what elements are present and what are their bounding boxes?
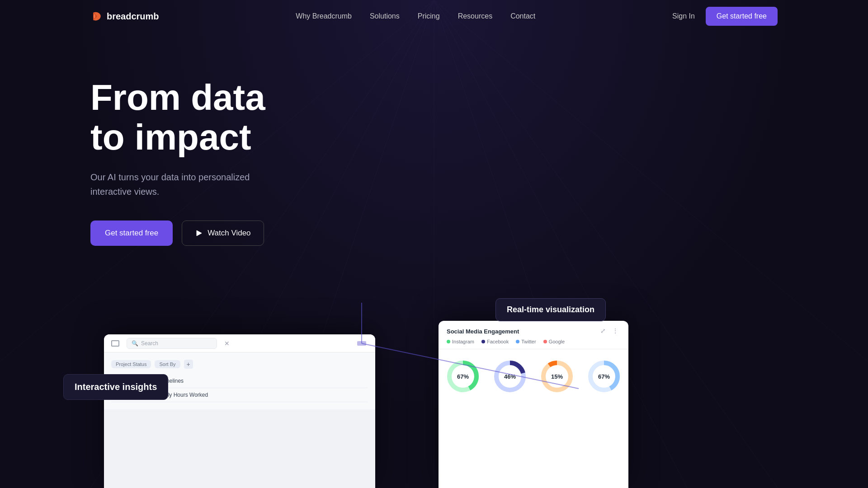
legend-dot-facebook — [481, 340, 485, 343]
svg-text:67%: 67% — [598, 373, 610, 380]
navbar: breadcrumb Why Breadcrumb Solutions Pric… — [0, 0, 868, 33]
chart-title-row: Social Media Engagement ⤢ ⋮ — [447, 327, 620, 335]
screenshots-area: Real-time visualization Interactive insi… — [0, 298, 868, 488]
play-icon — [195, 229, 203, 237]
sidebar-toggle-icon — [111, 340, 119, 347]
dashboard-right: Social Media Engagement ⤢ ⋮ Instagram Fa… — [439, 321, 628, 488]
sort-by-tag: Sort By — [155, 360, 180, 368]
nav-resources[interactable]: Resources — [458, 12, 492, 20]
legend-dot-google — [543, 340, 547, 343]
legend-dot-instagram — [447, 340, 450, 343]
get-started-hero-button[interactable]: Get started free — [90, 221, 173, 246]
hero-subtitle: Our AI turns your data into personalized… — [90, 170, 280, 199]
donut-instagram: 67% — [445, 358, 481, 394]
svg-text:67%: 67% — [457, 373, 469, 380]
logo-icon — [90, 10, 103, 23]
nav-solutions[interactable]: Solutions — [370, 12, 400, 20]
close-icon[interactable]: ✕ — [224, 340, 230, 347]
realtime-badge: Real-time visualization — [495, 298, 606, 321]
chart-actions: ⤢ ⋮ — [600, 327, 620, 335]
project-status-tag: Project Status — [111, 360, 151, 368]
chart-title: Social Media Engagement — [447, 328, 519, 335]
expand-icon[interactable]: ⤢ — [600, 327, 609, 335]
search-bar[interactable]: 🔍 Search — [127, 338, 217, 349]
svg-marker-10 — [197, 230, 202, 236]
interactive-insights-badge: Interactive insights — [63, 374, 168, 400]
svg-point-9 — [94, 14, 95, 19]
hero-title: From data to impact — [90, 78, 407, 157]
hero-section: From data to impact Our AI turns your da… — [0, 33, 868, 246]
chart-legend: Instagram Facebook Twitter Google — [447, 339, 620, 344]
chart-body: 67% 46% 15% — [439, 349, 628, 404]
dashboard-left: 🔍 Search ✕ Project Status Sort By + Ongo… — [104, 334, 375, 488]
search-placeholder: Search — [141, 340, 158, 347]
legend-item-facebook: Facebook — [481, 339, 509, 344]
legend-item-twitter: Twitter — [516, 339, 536, 344]
legend-item-google: Google — [543, 339, 565, 344]
logo[interactable]: breadcrumb — [90, 10, 159, 23]
svg-text:15%: 15% — [551, 373, 563, 380]
logo-text: breadcrumb — [107, 11, 159, 22]
hero-buttons: Get started free Watch Video — [90, 221, 778, 246]
nav-actions: Sign In Get started free — [672, 7, 778, 26]
dashboard-left-header: 🔍 Search ✕ — [104, 334, 375, 352]
add-column-button[interactable]: + — [184, 360, 193, 369]
donut-facebook: 46% — [492, 358, 528, 394]
svg-text:46%: 46% — [504, 373, 516, 380]
chart-header: Social Media Engagement ⤢ ⋮ Instagram Fa… — [439, 321, 628, 349]
donut-twitter: 15% — [539, 358, 575, 394]
nav-links: Why Breadcrumb Solutions Pricing Resourc… — [296, 12, 535, 20]
donut-google: 67% — [586, 358, 622, 394]
table-controls: Project Status Sort By + — [111, 360, 368, 369]
signin-button[interactable]: Sign In — [672, 12, 695, 20]
nav-why[interactable]: Why Breadcrumb — [296, 12, 352, 20]
search-icon: 🔍 — [132, 340, 138, 347]
legend-item-instagram: Instagram — [447, 339, 474, 344]
menu-icon[interactable]: ⋮ — [612, 327, 620, 335]
get-started-nav-button[interactable]: Get started free — [706, 7, 778, 26]
nav-contact[interactable]: Contact — [510, 12, 535, 20]
legend-dot-twitter — [516, 340, 519, 343]
watch-video-button[interactable]: Watch Video — [182, 221, 264, 246]
nav-pricing[interactable]: Pricing — [418, 12, 440, 20]
